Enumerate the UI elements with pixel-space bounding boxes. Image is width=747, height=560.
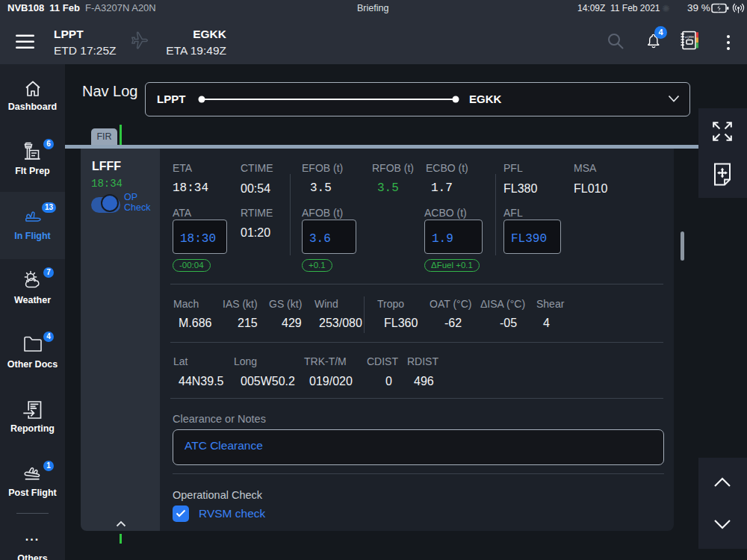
svg-text:eQRH: eQRH: [685, 35, 694, 39]
